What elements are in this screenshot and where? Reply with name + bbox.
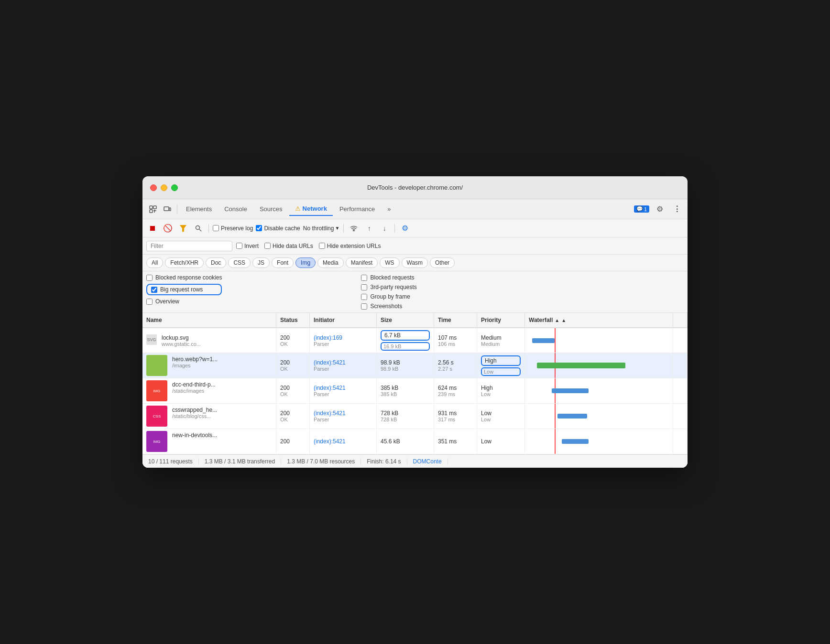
filter-font[interactable]: Font [272, 258, 294, 268]
clear-button[interactable]: 🚫 [162, 222, 174, 235]
invert-checkbox[interactable] [236, 243, 242, 249]
cell-priority-5: Low [477, 429, 525, 454]
resource-icon-2 [146, 355, 167, 376]
minimize-button[interactable] [161, 184, 167, 191]
filter-button[interactable] [177, 222, 189, 235]
header-waterfall[interactable]: Waterfall ▲ [525, 313, 673, 327]
preserve-log-checkbox[interactable] [213, 225, 219, 231]
filter-fetch-xhr[interactable]: Fetch/XHR [165, 258, 204, 268]
tab-separator-1 [177, 204, 177, 214]
toolbar-divider-1 [208, 224, 209, 233]
svg-point-8 [353, 230, 354, 231]
cell-initiator-4: (index):5421 Parser [310, 404, 377, 429]
blocked-requests-checkbox[interactable] [361, 275, 367, 281]
close-button[interactable] [150, 184, 157, 191]
resource-icon-1: SVG [146, 334, 157, 345]
disable-cache-checkbox[interactable] [256, 225, 262, 231]
dom-content-link[interactable]: DOMConte [407, 458, 448, 465]
header-scroll [673, 313, 688, 327]
filter-css[interactable]: CSS [228, 258, 251, 268]
hide-extension-urls-checkbox[interactable] [319, 243, 325, 249]
table-row[interactable]: IMG new-in-devtools... 200 (index):5421 [142, 429, 688, 454]
cell-name-5: IMG new-in-devtools... [142, 429, 276, 454]
blocked-response-cookies-option[interactable]: Blocked response cookies [146, 274, 222, 281]
svg-rect-4 [169, 208, 171, 211]
network-table: Name Status Initiator Size Time Priority [142, 313, 688, 454]
hide-data-urls-option[interactable]: Hide data URLs [264, 243, 313, 249]
inspect-icon[interactable] [146, 203, 160, 216]
tab-sources[interactable]: Sources [254, 203, 288, 215]
network-settings-icon[interactable]: ⚙ [399, 222, 411, 235]
blocked-response-cookies-label: Blocked response cookies [155, 274, 222, 281]
traffic-lights [150, 184, 178, 191]
cell-initiator-1: (index):169 Parser [310, 328, 377, 353]
filter-all[interactable]: All [146, 258, 163, 268]
table-row[interactable]: IMG dcc-end-third-p... /static/images 20… [142, 378, 688, 404]
table-row[interactable]: hero.webp?w=1... /images 200 OK (index):… [142, 353, 688, 378]
tab-more[interactable]: » [382, 203, 396, 215]
blocked-requests-option[interactable]: Blocked requests [361, 274, 416, 281]
header-name[interactable]: Name [142, 313, 276, 327]
filter-manifest[interactable]: Manifest [346, 258, 378, 268]
resource-icon-3: IMG [146, 380, 167, 401]
more-options-icon[interactable]: ⋮ [670, 203, 684, 216]
table-row[interactable]: CSS csswrapped_he... /static/blog/css...… [142, 404, 688, 429]
header-status[interactable]: Status [276, 313, 310, 327]
svg-marker-5 [180, 225, 186, 232]
cell-size-2: 98.9 kB 98.9 kB [377, 353, 434, 378]
filter-js[interactable]: JS [252, 258, 270, 268]
tab-bar: Elements Console Sources ⚠ Network Perfo… [142, 199, 688, 219]
filter-doc[interactable]: Doc [206, 258, 226, 268]
header-time[interactable]: Time [434, 313, 477, 327]
big-request-rows-option[interactable]: Big request rows [146, 284, 222, 295]
filter-bar: Invert Hide data URLs Hide extension URL… [142, 237, 688, 255]
disable-cache-checkbox-group[interactable]: Disable cache [256, 225, 300, 232]
filter-media[interactable]: Media [317, 258, 344, 268]
screenshots-checkbox[interactable] [361, 303, 367, 310]
tab-console[interactable]: Console [218, 203, 253, 215]
filter-wasm[interactable]: Wasm [402, 258, 428, 268]
finish-time: Finish: 6.14 s [361, 458, 407, 465]
settings-icon[interactable]: ⚙ [653, 203, 666, 216]
table-row[interactable]: SVG lockup.svg www.gstatic.co... 200 OK … [142, 328, 688, 353]
header-size[interactable]: Size [377, 313, 434, 327]
filter-ws[interactable]: WS [380, 258, 399, 268]
throttle-select[interactable]: No throttling ▼ [303, 225, 340, 232]
console-badge[interactable]: 💬 1 [634, 205, 649, 213]
header-priority[interactable]: Priority [477, 313, 525, 327]
tab-elements[interactable]: Elements [180, 203, 218, 215]
tab-performance[interactable]: Performance [334, 203, 381, 215]
cell-waterfall-1 [525, 328, 673, 353]
toolbar-divider-2 [343, 224, 344, 233]
filter-other[interactable]: Other [430, 258, 455, 268]
filter-input[interactable] [146, 241, 232, 251]
overview-option[interactable]: Overview [146, 298, 222, 305]
stop-recording-button[interactable]: ⏹ [146, 222, 159, 235]
download-icon[interactable]: ↓ [378, 222, 391, 235]
disable-cache-label: Disable cache [264, 225, 300, 232]
throttle-label: No throttling [303, 225, 334, 232]
screenshots-option[interactable]: Screenshots [361, 303, 416, 310]
group-by-frame-checkbox[interactable] [361, 294, 367, 300]
header-initiator[interactable]: Initiator [310, 313, 377, 327]
hide-extension-urls-option[interactable]: Hide extension URLs [319, 243, 381, 249]
invert-option[interactable]: Invert [236, 243, 259, 249]
maximize-button[interactable] [171, 184, 178, 191]
tab-network[interactable]: ⚠ Network [289, 202, 333, 216]
wifi-icon[interactable] [348, 222, 360, 235]
group-by-frame-option[interactable]: Group by frame [361, 293, 416, 300]
filter-img[interactable]: Img [295, 258, 316, 268]
badge-count: 1 [644, 206, 647, 212]
third-party-requests-option[interactable]: 3rd-party requests [361, 284, 416, 290]
overview-checkbox[interactable] [146, 299, 153, 305]
big-request-rows-checkbox[interactable] [151, 287, 157, 293]
upload-icon[interactable]: ↑ [363, 222, 375, 235]
preserve-log-checkbox-group[interactable]: Preserve log [213, 225, 253, 232]
requests-count: 10 / 111 requests [148, 458, 199, 465]
third-party-requests-checkbox[interactable] [361, 284, 367, 290]
device-toolbar-icon[interactable] [161, 203, 174, 216]
cell-scroll-1 [673, 328, 688, 353]
blocked-response-cookies-checkbox[interactable] [146, 275, 153, 281]
hide-data-urls-checkbox[interactable] [264, 243, 271, 249]
search-button[interactable] [192, 222, 205, 235]
